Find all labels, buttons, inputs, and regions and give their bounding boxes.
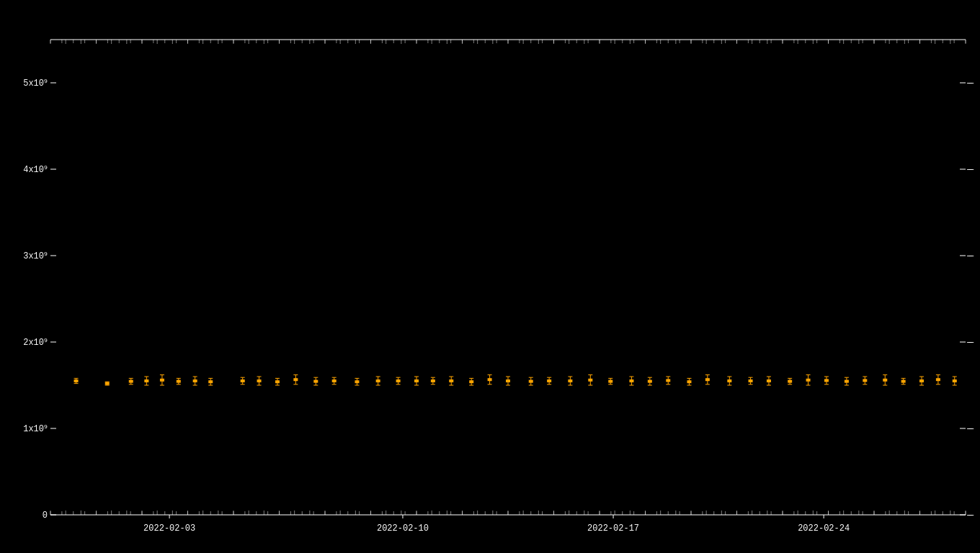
chart-container: FORWARD Performance bits/sec Checkout (d… xyxy=(0,0,980,553)
chart-canvas xyxy=(0,0,980,553)
